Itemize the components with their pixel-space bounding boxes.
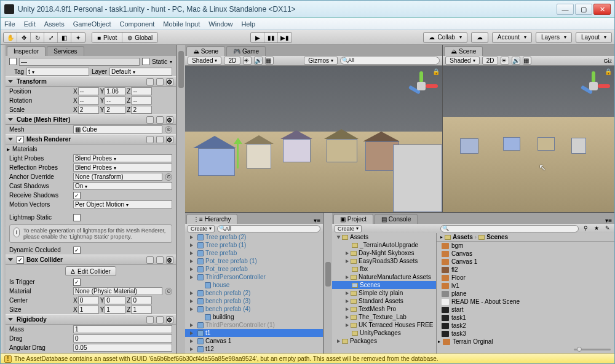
hierarchy-tree[interactable]: Tree prefab (2)Tree prefab (1)Tree prefa… xyxy=(185,233,323,354)
physicmat-field[interactable]: None (Physic Material) xyxy=(73,287,162,295)
lighting-toggle-icon-2[interactable]: ☀ xyxy=(501,57,509,65)
tab-game[interactable]: 🎮 Game xyxy=(226,46,266,56)
project-folder[interactable]: fbx xyxy=(332,265,436,273)
project-asset[interactable]: Canvas xyxy=(437,250,614,258)
hierarchy-item[interactable]: Tree prefab (1) xyxy=(185,241,323,249)
asset-size-slider[interactable] xyxy=(574,346,611,352)
scene-search-input[interactable]: All xyxy=(340,57,440,65)
static-checkbox[interactable] xyxy=(142,58,149,65)
project-folder-tree[interactable]: Assets_TerrainAutoUpgradeDay-Night Skybo… xyxy=(332,233,437,354)
hierarchy-item[interactable]: t1 xyxy=(185,329,323,337)
menu-gameobject[interactable]: GameObject xyxy=(73,20,111,28)
lock-icon-2[interactable]: 🔒 xyxy=(605,68,612,75)
2d-toggle[interactable]: 2D xyxy=(224,57,240,65)
recvshadows-checkbox[interactable]: ✓ xyxy=(73,192,81,199)
motionvec-dropdown[interactable]: Per Object Motion xyxy=(73,200,172,208)
hierarchy-item[interactable]: Pot_tree prefab xyxy=(185,265,323,273)
angdrag-field[interactable]: 0.05 xyxy=(73,344,172,352)
minimize-button[interactable]: — xyxy=(557,4,574,15)
tab-inspector[interactable]: Inspector xyxy=(7,46,46,56)
tab-console[interactable]: ▤ Console xyxy=(375,214,418,224)
tab-scene-2[interactable]: ⛰ Scene xyxy=(444,46,483,56)
lightprobes-dropdown[interactable]: Blend Probes xyxy=(73,154,172,162)
position-y-field[interactable]: 1.06 xyxy=(105,87,125,95)
renderer-enabled-checkbox[interactable]: ✓ xyxy=(17,136,24,143)
dynocc-checkbox[interactable]: ✓ xyxy=(73,247,81,254)
project-folder[interactable]: Packages xyxy=(332,337,436,345)
rigidbody-header[interactable]: Rigidbody xyxy=(6,314,176,325)
istrigger-checkbox[interactable]: ✓ xyxy=(73,279,81,286)
fav-icon[interactable]: ★ xyxy=(592,225,601,232)
project-asset[interactable]: start xyxy=(437,306,614,314)
hierarchy-item[interactable]: Canvas 1 xyxy=(185,337,323,345)
center-z-field[interactable]: 0 xyxy=(131,296,152,304)
project-folder[interactable]: Simple city plain xyxy=(332,289,436,297)
tab-scene[interactable]: ⛰ Scene xyxy=(186,46,225,56)
project-folder[interactable]: _TerrainAutoUpgrade xyxy=(332,241,436,249)
tab-services[interactable]: Services xyxy=(47,46,84,56)
project-folder[interactable]: Day-Night Skyboxes xyxy=(332,249,436,257)
scale-tool[interactable]: ⤢ xyxy=(44,33,58,43)
hierarchy-create-dropdown[interactable]: Create xyxy=(188,225,215,232)
project-folder[interactable]: EasyRoads3D Assets xyxy=(332,257,436,265)
project-asset[interactable]: Canvas 1 xyxy=(437,258,614,266)
menu-assets[interactable]: Assets xyxy=(44,20,65,28)
step-button[interactable]: ▶▮ xyxy=(278,33,292,43)
project-folder[interactable]: The_Texture_Lab xyxy=(332,313,436,321)
materials-label[interactable]: Materials xyxy=(12,146,74,152)
project-asset[interactable]: fl2 xyxy=(437,266,614,274)
lighting-toggle-icon[interactable]: ☀ xyxy=(243,57,252,65)
physicmat-picker-icon[interactable]: ⊙ xyxy=(165,288,172,295)
menu-file[interactable]: File xyxy=(4,20,15,28)
maximize-button[interactable]: ▢ xyxy=(575,4,592,15)
project-asset[interactable]: task1 xyxy=(437,314,614,322)
meshrenderer-header[interactable]: ✓ Mesh Renderer xyxy=(6,134,176,144)
scale-z-field[interactable]: 2 xyxy=(131,106,152,114)
drag-field[interactable]: 0 xyxy=(73,334,172,342)
project-asset[interactable]: task2 xyxy=(437,322,614,330)
mass-field[interactable]: 1 xyxy=(73,325,172,333)
mesh-field[interactable]: ▦ Cube xyxy=(73,125,162,133)
shading-mode-dropdown-2[interactable]: Shaded xyxy=(445,57,479,65)
panel-options-icon[interactable]: ▾≡ xyxy=(603,217,614,224)
rotate-tool[interactable]: ↻ xyxy=(31,33,44,43)
gameobject-name-field[interactable]: — xyxy=(19,58,140,66)
collider-enabled-checkbox[interactable]: ✓ xyxy=(17,256,24,264)
project-search-input[interactable] xyxy=(440,225,579,232)
project-asset[interactable]: bgm xyxy=(437,242,614,250)
inspector-scrollbar[interactable] xyxy=(177,45,185,354)
rotation-z-field[interactable]: -- xyxy=(131,97,152,105)
fx-toggle-icon-2[interactable]: ▦ xyxy=(523,57,531,65)
hierarchy-item[interactable]: bench prefab (2) xyxy=(185,289,323,297)
fx-toggle-icon[interactable]: ▦ xyxy=(265,57,274,65)
hierarchy-item[interactable]: ThirdPersonController xyxy=(185,273,323,281)
edit-collider-button[interactable]: ᐃ Edit Collider xyxy=(65,266,116,276)
size-x-field[interactable]: 1 xyxy=(78,306,99,314)
hierarchy-item[interactable]: Tree prefab xyxy=(185,249,323,257)
gameobject-enabled-checkbox[interactable] xyxy=(9,58,17,65)
layout-dropdown[interactable]: Layout xyxy=(576,32,612,43)
shading-mode-dropdown[interactable]: Shaded xyxy=(188,57,221,65)
project-folder[interactable]: Scenes xyxy=(332,281,436,289)
size-z-field[interactable]: 1 xyxy=(131,306,152,314)
mesh-picker-icon[interactable]: ⊙ xyxy=(165,126,172,133)
project-asset-list[interactable]: ▸ Assets › Scenes bgmCanvasCanvas 1fl2Fl… xyxy=(437,233,614,354)
size-y-field[interactable]: 1 xyxy=(105,306,125,314)
component-docs-icon[interactable] xyxy=(146,78,154,85)
boxcollider-header[interactable]: ✓ Box Collider xyxy=(6,255,176,265)
pause-button[interactable]: ▮▮ xyxy=(264,33,278,43)
component-gear-icon[interactable] xyxy=(166,78,173,85)
anchor-picker-icon[interactable]: ⊙ xyxy=(165,173,172,181)
hierarchy-item[interactable]: bench prefab (4) xyxy=(185,305,323,313)
hierarchy-item[interactable]: ThirdPersonController (1) xyxy=(185,321,323,329)
global-toggle[interactable]: ⊕ Global xyxy=(122,33,157,43)
center-x-field[interactable]: 0 xyxy=(78,296,99,304)
static-dropdown-icon[interactable]: ▾ xyxy=(170,59,172,65)
transform-header[interactable]: Transform xyxy=(6,76,176,87)
project-folder[interactable]: Assets xyxy=(332,233,436,241)
rect-tool[interactable]: ◧ xyxy=(58,33,71,43)
project-asset[interactable]: Floor xyxy=(437,274,614,282)
pivot-toggle[interactable]: ■ Pivot xyxy=(92,33,122,43)
rotation-x-field[interactable]: -- xyxy=(78,97,99,105)
menu-mobileinput[interactable]: Mobile Input xyxy=(163,20,200,28)
